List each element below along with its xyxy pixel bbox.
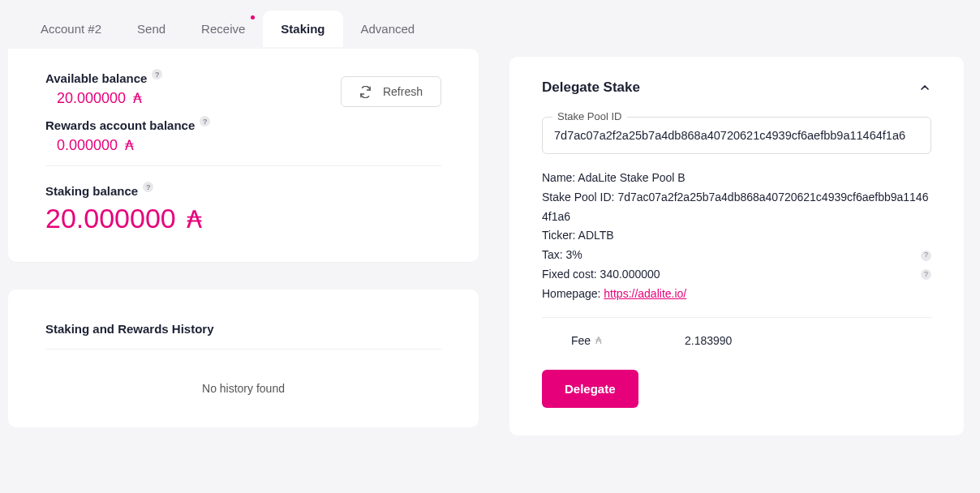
pool-ticker-row: Ticker: ADLTB	[542, 226, 931, 246]
currency-icon: ₳	[187, 206, 202, 233]
delegate-title: Delegate Stake	[542, 79, 640, 96]
fee-value: 2.183990	[685, 334, 732, 347]
currency-icon: ₳	[125, 138, 134, 153]
help-icon[interactable]: ?	[152, 69, 162, 79]
pool-tax-row: Tax: 3% ?	[542, 246, 931, 265]
pool-fixedcost-row: Fixed cost: 340.000000 ?	[542, 265, 931, 285]
refresh-icon	[359, 86, 372, 98]
help-icon[interactable]: ?	[921, 269, 931, 280]
homepage-link[interactable]: https://adalite.io/	[604, 287, 686, 300]
divider	[542, 317, 931, 318]
fee-row: Fee ₳ 2.183990	[542, 334, 931, 347]
currency-icon: ₳	[595, 335, 602, 346]
chevron-up-icon[interactable]	[918, 81, 931, 94]
refresh-button[interactable]: Refresh	[341, 76, 441, 107]
tab-send[interactable]: Send	[119, 11, 183, 47]
history-empty: No history found	[45, 382, 441, 395]
tab-staking[interactable]: Staking	[263, 11, 342, 47]
pool-id-field[interactable]: Stake Pool ID 7d7ac07a2f2a25b7a4db868a40…	[542, 117, 931, 154]
pool-id-legend: Stake Pool ID	[552, 110, 627, 122]
pool-name-row: Name: AdaLite Stake Pool B	[542, 169, 931, 188]
pool-info: Name: AdaLite Stake Pool B Stake Pool ID…	[542, 169, 931, 304]
available-balance-value: 20.000000 ₳	[45, 90, 162, 107]
divider	[45, 349, 441, 349]
delegate-card: Delegate Stake Stake Pool ID 7d7ac07a2f2…	[509, 57, 964, 435]
delegate-button[interactable]: Delegate	[542, 370, 638, 408]
staking-balance-value: 20.000000 ₳	[45, 203, 441, 234]
currency-icon: ₳	[133, 91, 142, 106]
pool-id-value: 7d7ac07a2f2a25b7a4db868a40720621c4939cf6…	[554, 129, 919, 142]
balances-card: Available balance ? 20.000000 ₳ Refresh	[8, 49, 479, 262]
staking-balance-label: Staking balance	[45, 184, 138, 198]
rewards-balance-value: 0.000000 ₳	[45, 137, 441, 154]
available-balance-label: Available balance	[45, 71, 147, 85]
history-title: Staking and Rewards History	[45, 322, 441, 336]
tab-receive[interactable]: Receive	[183, 11, 263, 47]
history-card: Staking and Rewards History No history f…	[8, 289, 479, 427]
pool-homepage-row: Homepage: https://adalite.io/	[542, 285, 931, 304]
help-icon[interactable]: ?	[200, 116, 210, 126]
tab-account[interactable]: Account #2	[23, 11, 119, 47]
tabs-bar: Account #2 Send Receive Staking Advanced	[8, 8, 479, 49]
help-icon[interactable]: ?	[921, 251, 931, 261]
help-icon[interactable]: ?	[143, 182, 153, 192]
fee-label: Fee	[571, 334, 591, 347]
rewards-balance-label: Rewards account balance	[45, 118, 195, 132]
tab-advanced[interactable]: Advanced	[343, 11, 433, 47]
divider	[45, 165, 441, 166]
pool-fullid-row: Stake Pool ID: 7d7ac07a2f2a25b7a4db868a4…	[542, 188, 931, 227]
notification-dot-icon	[251, 15, 255, 19]
